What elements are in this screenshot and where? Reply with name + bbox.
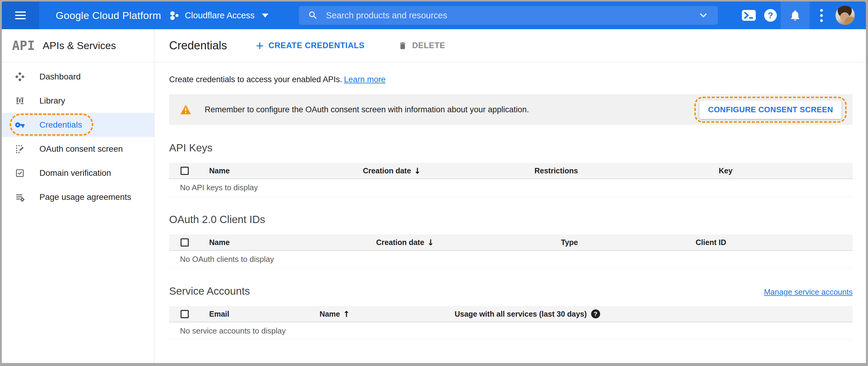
api-keys-table: Name Creation date ↓ Restrictions Key No… — [169, 163, 852, 196]
delete-label: DELETE — [412, 41, 445, 50]
sidebar-header: API APIs & Services — [2, 29, 154, 62]
column-header-email[interactable]: Email — [209, 310, 229, 318]
service-accounts-header: Service Accounts Manage service accounts — [169, 285, 852, 297]
select-all-checkbox[interactable] — [181, 167, 189, 175]
kebab-menu-icon — [820, 9, 823, 22]
configure-consent-screen-button[interactable]: CONFIGURE CONSENT SCREEN — [700, 100, 841, 119]
select-all-checkbox[interactable] — [181, 238, 189, 246]
topbar-actions: ? — [737, 1, 855, 29]
cloud-shell-button[interactable] — [737, 1, 760, 29]
column-header-client-id[interactable]: Client ID — [695, 238, 726, 247]
service-accounts-empty-state: No service accounts to display — [169, 323, 852, 340]
consent-warning-banner: Remember to configure the OAuth consent … — [169, 94, 852, 125]
page-usage-icon — [15, 192, 25, 202]
search-icon — [308, 10, 318, 21]
main-menu-button[interactable] — [2, 1, 39, 29]
plus-icon: + — [256, 40, 264, 52]
column-header-name[interactable]: Name — [209, 238, 230, 247]
sidebar-item-label: Dashboard — [39, 72, 81, 82]
help-button[interactable]: ? — [760, 1, 781, 29]
service-accounts-table: Email Name ↑ Usage with all services (la… — [169, 306, 852, 340]
project-selector[interactable]: Cloudflare Access — [169, 1, 269, 29]
sort-asc-icon[interactable]: ↑ — [343, 309, 350, 319]
intro-sentence: Create credentials to access your enable… — [169, 75, 342, 84]
section-title-api-keys: API Keys — [169, 142, 852, 154]
banner-message: Remember to configure the OAuth consent … — [205, 105, 529, 114]
oauth-clients-empty-state: No OAuth clients to display — [169, 251, 852, 268]
column-header-key[interactable]: Key — [719, 166, 733, 175]
content-area: Create credentials to access your enable… — [155, 75, 866, 340]
consent-screen-icon — [15, 144, 25, 154]
column-header-name[interactable]: Name — [209, 166, 230, 175]
browser-window: Google Cloud Platform Cloudflare Access — [2, 1, 866, 363]
column-header-usage[interactable]: Usage with all services (last 30 days) — [455, 310, 587, 318]
user-avatar[interactable] — [836, 6, 855, 25]
sidebar: API APIs & Services Dashboard — [2, 29, 154, 363]
sidebar-item-credentials[interactable]: Credentials — [2, 113, 154, 137]
trash-icon — [398, 41, 407, 50]
search-input[interactable] — [326, 10, 698, 21]
delete-button[interactable]: DELETE — [398, 41, 445, 50]
sidebar-title: APIs & Services — [43, 40, 116, 52]
usage-help-icon[interactable]: ? — [591, 309, 600, 318]
sidebar-item-oauth-consent-screen[interactable]: OAuth consent screen — [2, 137, 154, 161]
api-product-logo: API — [12, 38, 35, 53]
dashboard-icon — [15, 72, 25, 82]
sidebar-item-label: Credentials — [39, 120, 82, 130]
column-header-restrictions[interactable]: Restrictions — [534, 166, 578, 175]
create-credentials-button[interactable]: + CREATE CREDENTIALS — [256, 40, 365, 52]
manage-service-accounts-link[interactable]: Manage service accounts — [764, 287, 852, 297]
domain-verification-icon — [15, 168, 25, 178]
page-header: Credentials + CREATE CREDENTIALS DELETE — [155, 29, 866, 62]
sidebar-item-label: Library — [39, 96, 65, 105]
project-hexagons-icon — [169, 10, 180, 21]
main-panel: Credentials + CREATE CREDENTIALS DELETE … — [155, 29, 866, 363]
sidebar-item-label: Domain verification — [39, 168, 111, 178]
top-bar: Google Cloud Platform Cloudflare Access — [2, 1, 866, 29]
cloud-shell-icon — [741, 9, 756, 21]
create-credentials-label: CREATE CREDENTIALS — [269, 41, 365, 50]
chevron-down-icon[interactable] — [698, 10, 709, 21]
sidebar-item-library[interactable]: Library — [2, 89, 154, 113]
section-title-oauth-clients: OAuth 2.0 Client IDs — [169, 213, 852, 225]
more-options-button[interactable] — [810, 1, 833, 29]
page-title: Credentials — [169, 39, 227, 52]
learn-more-link[interactable]: Learn more — [344, 75, 385, 84]
help-icon: ? — [764, 9, 777, 22]
oauth-clients-header-row: Name Creation date ↓ Type Client ID — [169, 235, 852, 251]
sidebar-item-label: OAuth consent screen — [39, 144, 123, 154]
project-name: Cloudflare Access — [185, 10, 255, 21]
oauth-clients-table: Name Creation date ↓ Type Client ID No O… — [169, 235, 852, 268]
intro-text: Create credentials to access your enable… — [169, 75, 852, 84]
gcp-logo[interactable]: Google Cloud Platform — [56, 1, 161, 29]
notifications-bell-icon — [789, 9, 802, 22]
caret-down-icon — [262, 13, 269, 18]
search-bar[interactable] — [299, 6, 718, 25]
column-header-type[interactable]: Type — [561, 238, 578, 247]
sidebar-item-page-usage-agreements[interactable]: Page usage agreements — [2, 185, 154, 209]
sidebar-item-domain-verification[interactable]: Domain verification — [2, 161, 154, 185]
warning-icon — [180, 104, 191, 115]
section-title-service-accounts: Service Accounts — [169, 285, 250, 297]
column-header-name[interactable]: Name — [320, 310, 340, 318]
sidebar-item-label: Page usage agreements — [39, 192, 131, 202]
hamburger-menu-icon — [15, 11, 26, 19]
sidebar-nav: Dashboard Library — [2, 62, 154, 209]
sort-desc-icon[interactable]: ↓ — [414, 166, 421, 176]
consent-button-highlight-ring: CONFIGURE CONSENT SCREEN — [694, 97, 847, 123]
service-accounts-header-row: Email Name ↑ Usage with all services (la… — [169, 306, 852, 323]
api-keys-empty-state: No API keys to display — [169, 179, 852, 196]
notifications-button[interactable] — [781, 1, 810, 29]
key-icon — [15, 120, 25, 130]
column-header-creation-date[interactable]: Creation date — [376, 238, 424, 247]
column-header-creation-date[interactable]: Creation date — [363, 166, 411, 175]
library-icon — [15, 96, 25, 106]
sort-desc-icon[interactable]: ↓ — [427, 238, 434, 247]
select-all-checkbox[interactable] — [181, 310, 189, 318]
api-keys-header-row: Name Creation date ↓ Restrictions Key — [169, 163, 852, 179]
sidebar-item-dashboard[interactable]: Dashboard — [2, 65, 154, 89]
